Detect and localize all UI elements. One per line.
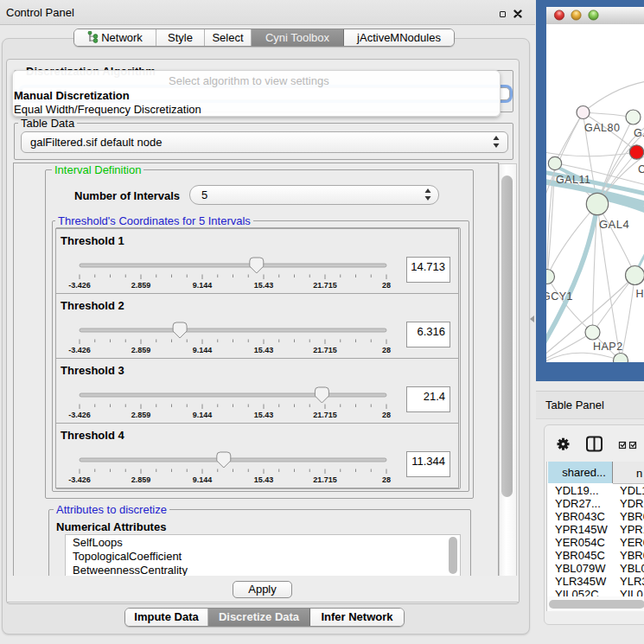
svg-text:15.43: 15.43 [254,411,274,419]
svg-text:GAL80: GAL80 [584,122,620,134]
svg-text:21.715: 21.715 [313,281,337,290]
svg-text:HAP2: HAP2 [593,341,623,353]
svg-text:15.43: 15.43 [254,475,274,484]
svg-text:21.715: 21.715 [313,411,337,419]
svg-text:15.43: 15.43 [254,281,274,290]
svg-text:2.859: 2.859 [131,411,151,419]
svg-text:GAL4: GAL4 [599,218,629,231]
svg-text:15.43: 15.43 [254,346,274,354]
svg-text:2.859: 2.859 [131,475,151,484]
svg-text:9.144: 9.144 [193,475,213,484]
svg-text:-3.426: -3.426 [68,475,91,484]
svg-text:28: 28 [382,475,391,484]
svg-text:-3.426: -3.426 [68,411,91,419]
svg-text:C: C [638,163,644,175]
svg-text:-3.426: -3.426 [68,346,91,354]
svg-text:-3.426: -3.426 [68,281,91,290]
svg-text:2.859: 2.859 [131,346,151,354]
svg-text:21.715: 21.715 [313,475,337,484]
svg-text:9.144: 9.144 [193,346,213,354]
svg-text:28: 28 [382,346,391,354]
svg-text:9.144: 9.144 [193,411,213,419]
svg-text:9.144: 9.144 [193,281,213,290]
svg-text:GCY1: GCY1 [546,290,573,303]
svg-text:G.: G. [634,127,644,139]
svg-text:H: H [636,288,644,300]
svg-text:28: 28 [382,281,391,290]
svg-text:21.715: 21.715 [313,346,337,354]
svg-text:28: 28 [382,411,391,419]
svg-text:GAL11: GAL11 [556,174,591,186]
svg-text:2.859: 2.859 [131,281,151,290]
